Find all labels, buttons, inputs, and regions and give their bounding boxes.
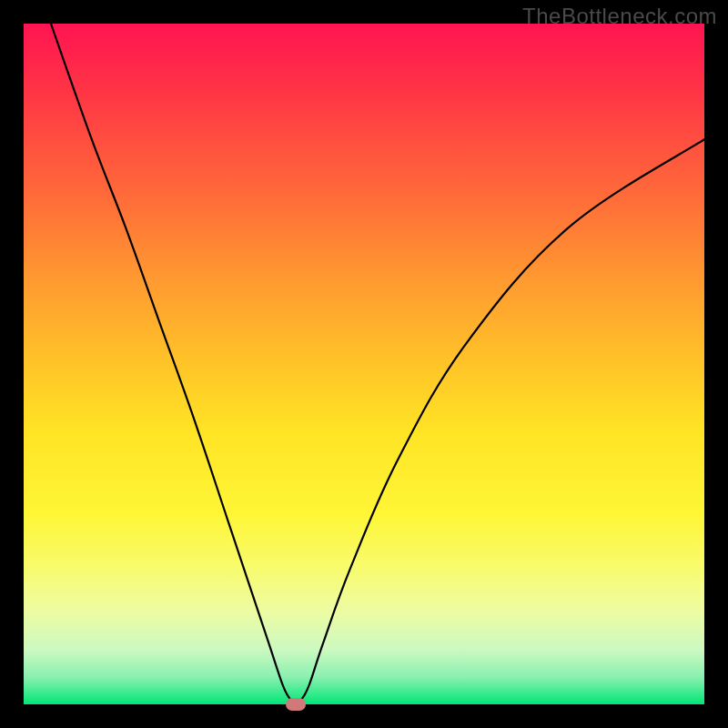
watermark-text: TheBottleneck.com [522, 4, 717, 29]
chart-frame: TheBottleneck.com [0, 0, 728, 728]
plot-area [24, 24, 704, 704]
optimum-marker [286, 698, 306, 711]
bottleneck-curve [24, 24, 704, 704]
